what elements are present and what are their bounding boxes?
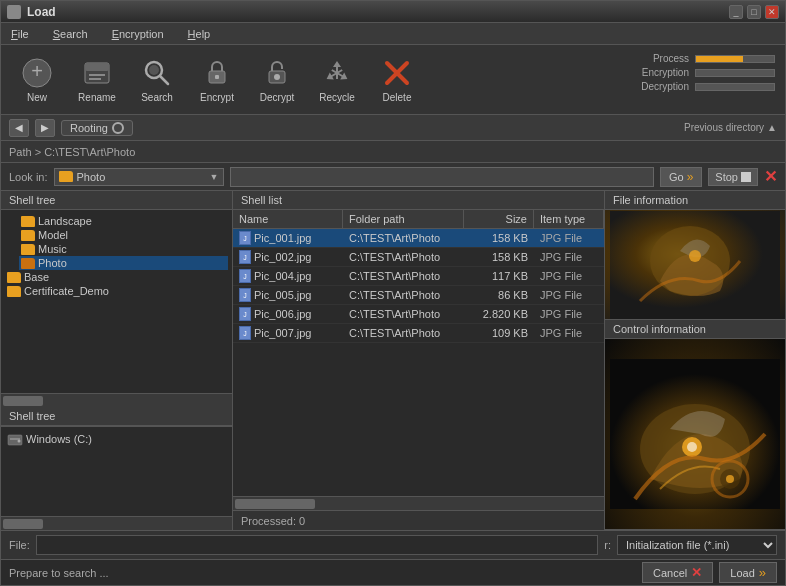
main-window: Load _ □ ✕ File Search Encryption Help +… <box>0 0 786 586</box>
file-cell-path-0: C:\TEST\Art\Photo <box>343 230 464 246</box>
col-header-name[interactable]: Name <box>233 210 343 228</box>
preview-svg-bottom <box>610 359 780 509</box>
file-cell-type-0: JPG File <box>534 230 604 246</box>
menu-help[interactable]: Help <box>182 26 217 42</box>
file-row-4[interactable]: J Pic_006.jpg C:\TEST\Art\Photo 2.820 KB… <box>233 305 604 324</box>
load-arrows-icon: » <box>759 565 766 580</box>
rooting-selector[interactable]: Rooting <box>61 120 133 136</box>
cancel-icon: ✕ <box>691 565 702 580</box>
file-cell-name-4: J Pic_006.jpg <box>233 305 343 323</box>
file-row-3[interactable]: J Pic_005.jpg C:\TEST\Art\Photo 86 KB JP… <box>233 286 604 305</box>
filter-label: r: <box>604 539 611 551</box>
file-cell-size-0: 158 KB <box>464 230 534 246</box>
file-cell-type-2: JPG File <box>534 268 604 284</box>
load-label: Load <box>730 567 754 579</box>
menu-file[interactable]: File <box>5 26 35 42</box>
tree-item-music[interactable]: Music <box>19 242 228 256</box>
load-button[interactable]: Load » <box>719 562 777 583</box>
file-cell-path-5: C:\TEST\Art\Photo <box>343 325 464 341</box>
shell-list-header: Shell list <box>233 191 604 210</box>
delete-button[interactable]: Delete <box>369 50 425 110</box>
tree-item-landscape[interactable]: Landscape <box>19 214 228 228</box>
folder-icon <box>59 171 73 182</box>
col-header-path[interactable]: Folder path <box>343 210 464 228</box>
drive-icon <box>7 432 23 446</box>
tree-label-certdemo: Certificate_Demo <box>24 285 109 297</box>
tree-item-certdemo[interactable]: Certificate_Demo <box>5 284 228 298</box>
file-cell-name-3: J Pic_005.jpg <box>233 286 343 304</box>
filter-select[interactable]: Initialization file (*.ini) <box>617 535 777 555</box>
file-row-5[interactable]: J Pic_007.jpg C:\TEST\Art\Photo 109 KB J… <box>233 324 604 343</box>
new-label: New <box>27 92 47 103</box>
decryption-bar <box>695 83 775 91</box>
file-input[interactable] <box>36 535 598 555</box>
title-bar: Load _ □ ✕ <box>1 1 785 23</box>
prev-dir-icon: ▲ <box>767 122 777 133</box>
rename-button[interactable]: Rename <box>69 50 125 110</box>
close-window-button[interactable]: ✕ <box>765 5 779 19</box>
svg-line-7 <box>160 76 168 84</box>
menu-encryption[interactable]: Encryption <box>106 26 170 42</box>
back-button[interactable]: ◀ <box>9 119 29 137</box>
decrypt-button[interactable]: Decrypt <box>249 50 305 110</box>
new-button[interactable]: + New <box>9 50 65 110</box>
title-bar-left: Load <box>7 5 56 19</box>
shell-tree-top-header: Shell tree <box>1 191 232 210</box>
look-in-input[interactable] <box>230 167 654 187</box>
tree-bottom-scrollbar[interactable] <box>1 516 232 530</box>
tree-label-windows-c: Windows (C:) <box>26 433 92 445</box>
svg-point-20 <box>689 250 701 262</box>
tree-item-windows-c[interactable]: Windows (C:) <box>5 431 228 447</box>
close-panel-button[interactable]: ✕ <box>764 167 777 186</box>
file-list[interactable]: J Pic_001.jpg C:\TEST\Art\Photo 158 KB J… <box>233 229 604 496</box>
tree-item-base[interactable]: Base <box>5 270 228 284</box>
file-icon-3: J <box>239 288 251 302</box>
decrypt-label: Decrypt <box>260 92 294 103</box>
encrypt-icon <box>200 56 234 90</box>
stop-button[interactable]: Stop <box>708 168 758 186</box>
tree-bottom-scroll-thumb[interactable] <box>3 519 43 529</box>
new-icon: + <box>20 56 54 90</box>
shell-tree-bottom-header: Shell tree <box>1 407 232 426</box>
tree-item-photo[interactable]: Photo <box>19 256 228 270</box>
file-row-2[interactable]: J Pic_004.jpg C:\TEST\Art\Photo 117 KB J… <box>233 267 604 286</box>
file-info-header: File information <box>605 191 785 210</box>
file-cell-path-1: C:\TEST\Art\Photo <box>343 249 464 265</box>
file-list-scrollbar[interactable] <box>233 496 604 510</box>
encryption-status-row: Encryption <box>641 67 775 78</box>
go-button[interactable]: Go » <box>660 167 702 187</box>
shell-tree-top-area[interactable]: Landscape Model Music Photo Base <box>1 210 232 393</box>
file-list-scroll-thumb[interactable] <box>235 499 315 509</box>
cancel-button[interactable]: Cancel ✕ <box>642 562 713 583</box>
file-cell-name-0: J Pic_001.jpg <box>233 229 343 247</box>
tree-item-model[interactable]: Model <box>19 228 228 242</box>
tree-top-scrollbar[interactable] <box>1 393 232 407</box>
file-row-1[interactable]: J Pic_002.jpg C:\TEST\Art\Photo 158 KB J… <box>233 248 604 267</box>
encryption-bar <box>695 69 775 77</box>
tree-top-scroll-thumb[interactable] <box>3 396 43 406</box>
main-area: Shell tree Landscape Model Music Photo <box>1 191 785 530</box>
file-cell-path-3: C:\TEST\Art\Photo <box>343 287 464 303</box>
minimize-button[interactable]: _ <box>729 5 743 19</box>
forward-button[interactable]: ▶ <box>35 119 55 137</box>
folder-icon-photo <box>21 258 35 269</box>
path-bar: Path > C:\TEST\Art\Photo <box>1 141 785 163</box>
file-cell-type-5: JPG File <box>534 325 604 341</box>
menu-search[interactable]: Search <box>47 26 94 42</box>
svg-rect-10 <box>215 75 219 79</box>
maximize-button[interactable]: □ <box>747 5 761 19</box>
col-header-type[interactable]: Item type <box>534 210 604 228</box>
encrypt-button[interactable]: Encrypt <box>189 50 245 110</box>
look-in-folder-select[interactable]: Photo ▼ <box>54 168 224 186</box>
search-button[interactable]: Search <box>129 50 185 110</box>
prev-dir-button[interactable]: Previous directory ▲ <box>684 122 777 133</box>
svg-point-27 <box>726 475 734 483</box>
processed-bar: Processed: 0 <box>233 510 604 530</box>
file-row-0[interactable]: J Pic_001.jpg C:\TEST\Art\Photo 158 KB J… <box>233 229 604 248</box>
col-header-size[interactable]: Size <box>464 210 534 228</box>
look-in-folder: Photo <box>77 171 106 183</box>
recycle-button[interactable]: Recycle <box>309 50 365 110</box>
app-icon <box>7 5 21 19</box>
shell-tree-bottom-area[interactable]: Windows (C:) <box>1 426 232 516</box>
folder-icon-base <box>7 272 21 283</box>
